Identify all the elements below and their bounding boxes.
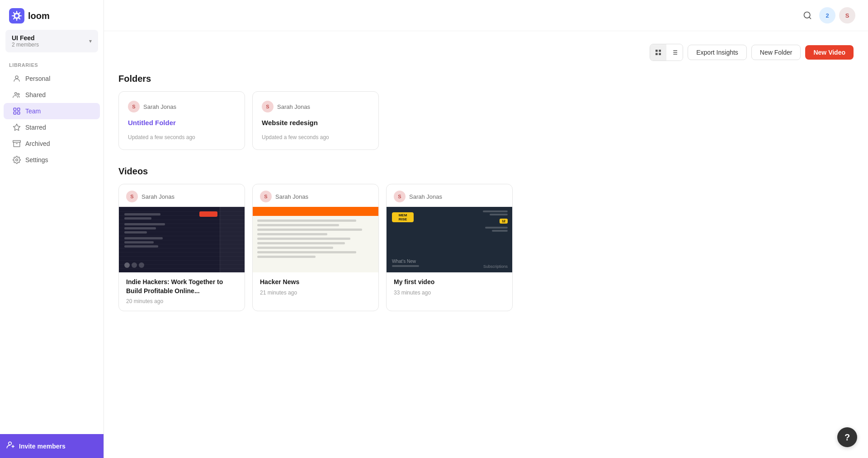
sidebar-item-team[interactable]: Team xyxy=(4,103,100,119)
sidebar-item-label-shared: Shared xyxy=(25,91,46,98)
list-view-button[interactable] xyxy=(666,44,683,61)
svg-point-21 xyxy=(16,159,18,161)
svg-point-13 xyxy=(18,93,19,95)
topbar: 2 S xyxy=(104,0,868,31)
avatar: S xyxy=(394,191,406,202)
new-folder-button[interactable]: New Folder xyxy=(751,45,801,60)
svg-point-22 xyxy=(9,442,12,445)
video-card-indie-hackers[interactable]: S Sarah Jonas xyxy=(118,184,245,311)
svg-rect-28 xyxy=(659,50,661,52)
search-button[interactable] xyxy=(799,7,816,23)
svg-rect-29 xyxy=(656,53,658,55)
video-title: Hacker News xyxy=(260,278,371,287)
avatar: S xyxy=(262,101,274,112)
folder-title: Untitled Folder xyxy=(128,119,236,131)
workspace-members: 2 members xyxy=(12,42,39,48)
sidebar-item-label-archived: Archived xyxy=(25,140,50,147)
svg-rect-30 xyxy=(659,53,661,55)
starred-icon xyxy=(13,123,21,131)
svg-rect-16 xyxy=(14,112,16,114)
video-card-my-first[interactable]: S Sarah Jonas MEMRISE 12 Wh xyxy=(386,184,513,311)
folder-card-website-redesign[interactable]: S Sarah Jonas Website redesign Updated a… xyxy=(252,91,379,150)
svg-line-10 xyxy=(14,18,14,19)
videos-grid: S Sarah Jonas xyxy=(118,184,854,311)
export-insights-button[interactable]: Export Insights xyxy=(688,45,747,60)
new-video-button[interactable]: New Video xyxy=(805,45,854,60)
user-name: Sarah Jonas xyxy=(275,193,308,200)
video-title: Indie Hackers: Work Together to Build Pr… xyxy=(126,278,237,295)
workspace-selector[interactable]: UI Feed 2 members ▾ xyxy=(5,30,98,52)
sidebar-item-personal[interactable]: Personal xyxy=(4,70,100,87)
user-avatar[interactable]: S xyxy=(839,7,855,23)
personal-icon xyxy=(13,75,21,83)
video-thumbnail-indie xyxy=(119,207,245,272)
avatar: S xyxy=(128,101,140,112)
svg-line-26 xyxy=(809,17,811,19)
svg-rect-19 xyxy=(13,140,21,142)
svg-rect-15 xyxy=(18,108,20,110)
help-button[interactable]: ? xyxy=(837,427,857,447)
logo-text: loom xyxy=(28,11,50,21)
video-card-hacker-news[interactable]: S Sarah Jonas xyxy=(252,184,379,311)
video-thumbnail-hacker xyxy=(253,207,378,272)
shared-icon xyxy=(13,91,21,99)
sidebar-item-settings[interactable]: Settings xyxy=(4,152,100,168)
folder-title: Website redesign xyxy=(262,119,369,131)
user-name: Sarah Jonas xyxy=(142,193,175,200)
sidebar-item-label-personal: Personal xyxy=(25,75,50,82)
team-icon xyxy=(13,107,21,115)
video-time: 33 minutes ago xyxy=(394,290,505,296)
sidebar-item-shared[interactable]: Shared xyxy=(4,87,100,103)
svg-line-9 xyxy=(19,13,20,14)
sidebar-item-label-starred: Starred xyxy=(25,124,46,131)
user-name: Sarah Jonas xyxy=(277,103,310,110)
settings-icon xyxy=(13,156,21,164)
folders-grid: S Sarah Jonas Untitled Folder Updated a … xyxy=(118,91,854,150)
invite-members-button[interactable]: Invite members xyxy=(0,434,104,458)
archived-icon xyxy=(13,140,21,148)
logo: loom xyxy=(0,0,104,30)
svg-line-8 xyxy=(19,18,20,19)
svg-rect-17 xyxy=(18,112,20,114)
sidebar-item-starred[interactable]: Starred xyxy=(4,119,100,136)
notification-badge[interactable]: 2 xyxy=(819,7,835,23)
svg-point-2 xyxy=(15,14,19,18)
folder-card-untitled[interactable]: S Sarah Jonas Untitled Folder Updated a … xyxy=(118,91,245,150)
svg-marker-18 xyxy=(14,124,20,131)
videos-section: Videos S Sarah Jonas xyxy=(118,166,854,311)
folder-updated: Updated a few seconds ago xyxy=(262,134,369,140)
avatar: S xyxy=(126,191,138,202)
sidebar-item-label-settings: Settings xyxy=(25,156,48,164)
libraries-label: Libraries xyxy=(0,56,104,70)
folder-updated: Updated a few seconds ago xyxy=(128,134,236,140)
user-name: Sarah Jonas xyxy=(143,103,176,110)
svg-point-12 xyxy=(15,93,17,95)
invite-icon xyxy=(5,440,14,452)
videos-heading: Videos xyxy=(118,166,854,177)
video-title: My first video xyxy=(394,278,505,287)
sidebar: loom UI Feed 2 members ▾ Libraries Perso… xyxy=(0,0,104,458)
user-name: Sarah Jonas xyxy=(409,193,442,200)
folders-heading: Folders xyxy=(118,74,854,84)
grid-view-button[interactable] xyxy=(650,44,666,61)
svg-point-11 xyxy=(15,76,18,79)
svg-rect-27 xyxy=(656,50,658,52)
avatar: S xyxy=(260,191,272,202)
content-area: Export Insights New Folder New Video Fol… xyxy=(104,31,868,458)
loom-icon xyxy=(9,8,24,23)
sidebar-item-archived[interactable]: Archived xyxy=(4,136,100,152)
folders-section: Folders S Sarah Jonas Untitled Folder Up… xyxy=(118,74,854,150)
toolbar-row: Export Insights New Folder New Video xyxy=(118,44,854,61)
svg-rect-14 xyxy=(14,108,16,110)
video-time: 20 minutes ago xyxy=(126,298,237,304)
invite-label: Invite members xyxy=(19,443,66,450)
svg-line-7 xyxy=(14,13,14,14)
video-thumbnail-myfirst: MEMRISE 12 What's New Subscriptio xyxy=(387,207,512,272)
video-time: 21 minutes ago xyxy=(260,290,371,296)
sidebar-item-label-team: Team xyxy=(25,107,41,115)
view-toggle xyxy=(650,44,683,61)
chevron-down-icon: ▾ xyxy=(89,38,92,44)
workspace-name: UI Feed xyxy=(12,34,39,42)
main-content: 2 S Export Insights New Folder New Video… xyxy=(104,0,868,458)
